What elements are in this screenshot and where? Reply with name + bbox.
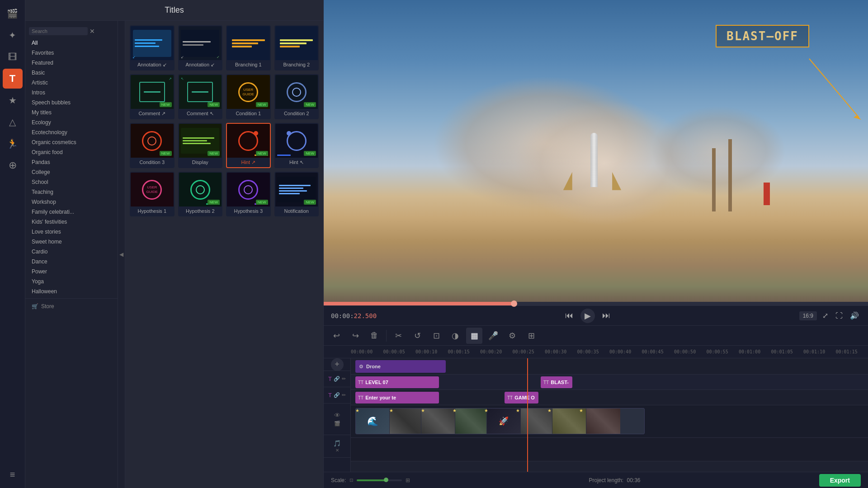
settings-button[interactable]: ⚙ bbox=[504, 328, 520, 344]
sidebar-icon-shapes[interactable]: △ bbox=[3, 112, 23, 132]
sidebar-icon-menu[interactable]: ≡ bbox=[3, 465, 23, 484]
sidebar-icon-plus-circle[interactable]: ⊕ bbox=[3, 155, 23, 175]
clip-level07[interactable]: TT LEVEL 07 bbox=[355, 376, 439, 388]
title-card-branching2[interactable]: Branching 2 bbox=[274, 25, 319, 70]
ruler-mark-3: 00:00:15 bbox=[448, 349, 481, 354]
media-button[interactable]: ▦ bbox=[466, 328, 482, 344]
cat-item-workshop[interactable]: Workshop bbox=[25, 197, 118, 207]
mic-button[interactable]: 🎤 bbox=[485, 328, 501, 344]
scale-slider-thumb[interactable] bbox=[384, 478, 388, 482]
timeline-area: 00:00:00 00:00:05 00:00:10 00:00:15 00:0… bbox=[324, 345, 868, 472]
sidebar-icon-sparkle[interactable]: ✦ bbox=[3, 25, 23, 45]
sidebar-icon-film[interactable]: 🎬 bbox=[3, 4, 23, 23]
progress-bar[interactable] bbox=[324, 302, 868, 305]
color-button[interactable]: ◑ bbox=[447, 328, 463, 344]
title-card-notification[interactable]: NEW Notification bbox=[274, 172, 319, 216]
cat-item-featured[interactable]: Featured bbox=[25, 58, 118, 68]
redo-button[interactable]: ↪ bbox=[347, 328, 363, 344]
cat-item-organic-cosmetics[interactable]: Organic cosmetics bbox=[25, 137, 118, 147]
cat-item-all[interactable]: All bbox=[25, 38, 118, 48]
play-button[interactable]: ▶ bbox=[580, 309, 595, 323]
title-card-display[interactable]: NEW Display bbox=[178, 123, 223, 168]
title-card-condition2[interactable]: NEW Condition 2 bbox=[274, 74, 319, 119]
undo-button[interactable]: ↩ bbox=[328, 328, 344, 344]
cat-item-family[interactable]: Family celebrati... bbox=[25, 207, 118, 217]
store-label[interactable]: Store bbox=[41, 303, 54, 310]
playhead[interactable] bbox=[527, 358, 528, 472]
clip-enter[interactable]: TT Enter your te bbox=[355, 392, 439, 404]
cat-item-school[interactable]: School bbox=[25, 177, 118, 187]
title-card-comment1[interactable]: ↗ NEW Comment ↗ bbox=[130, 74, 175, 119]
cat-item-love-stories[interactable]: Love stories bbox=[25, 227, 118, 237]
cat-item-cardio[interactable]: Cardio bbox=[25, 247, 118, 257]
export-button[interactable]: Export bbox=[819, 474, 861, 487]
cat-item-favorites[interactable]: Favorites bbox=[25, 48, 118, 58]
search-input[interactable] bbox=[29, 27, 88, 35]
cat-item-power[interactable]: Power bbox=[25, 267, 118, 277]
title-card-annotation1[interactable]: ↙ Annotation ↙ bbox=[130, 25, 175, 70]
title-card-display-label: Display bbox=[179, 158, 222, 167]
cat-item-pandas[interactable]: Pandas bbox=[25, 157, 118, 167]
title-card-hint2[interactable]: NEW Hint ↖ bbox=[274, 123, 319, 168]
expand-button[interactable]: ⛶ bbox=[834, 310, 844, 322]
cat-item-college[interactable]: College bbox=[25, 167, 118, 177]
clip-game[interactable]: TT GAME O bbox=[505, 392, 538, 404]
cut-button[interactable]: ✂ bbox=[390, 328, 406, 344]
title-card-condition1[interactable]: USERGUIDE NEW Condition 1 bbox=[226, 74, 271, 119]
eye-icon[interactable]: 👁 bbox=[334, 412, 340, 419]
title-card-hint1-label: Hint ↗ bbox=[227, 158, 270, 167]
cat-item-sweet-home[interactable]: Sweet home bbox=[25, 237, 118, 247]
cat-item-teaching[interactable]: Teaching bbox=[25, 187, 118, 197]
title-card-annotation2-label: Annotation ↙ bbox=[179, 60, 222, 70]
title-card-condition2-label: Condition 2 bbox=[275, 109, 318, 118]
sidebar-icon-star[interactable]: ★ bbox=[3, 90, 23, 110]
redo2-button[interactable]: ↺ bbox=[409, 328, 425, 344]
title-card-hypothesis3[interactable]: NEW Hypothesis 3 bbox=[226, 172, 271, 216]
sidebar-icon-clip[interactable]: 🎞 bbox=[3, 47, 23, 67]
title-card-condition3[interactable]: NEW Condition 3 bbox=[130, 123, 175, 168]
svg-marker-1 bbox=[854, 115, 861, 120]
cat-item-my-titles[interactable]: My titles bbox=[25, 108, 118, 117]
add-track-button[interactable]: + bbox=[331, 358, 344, 371]
title-card-hypothesis1[interactable]: USERGUIDE Hypothesis 1 bbox=[130, 172, 175, 216]
scale-slider[interactable] bbox=[357, 479, 402, 481]
sidebar-icon-activity[interactable]: 🏃 bbox=[3, 134, 23, 154]
clip-blast[interactable]: TT BLAST- bbox=[541, 376, 572, 388]
ruler-mark-7: 00:00:35 bbox=[577, 349, 610, 354]
skip-end-button[interactable]: ⏭ bbox=[600, 309, 612, 322]
aspect-ratio-badge[interactable]: 16:9 bbox=[799, 311, 817, 320]
scale-icon-small: ⊡ bbox=[349, 478, 353, 483]
cat-item-ecotechnology[interactable]: Ecotechnology bbox=[25, 127, 118, 137]
cat-item-organic-food[interactable]: Organic food bbox=[25, 147, 118, 157]
cat-item-kids[interactable]: Kids' festivities bbox=[25, 217, 118, 227]
cat-item-ecology[interactable]: Ecology bbox=[25, 117, 118, 127]
skip-start-button[interactable]: ⏮ bbox=[563, 309, 575, 322]
video-clips-strip[interactable]: 🌊 🚀 bbox=[355, 408, 645, 434]
adjust-button[interactable]: ⊞ bbox=[523, 328, 539, 344]
cat-item-halloween[interactable]: Halloween bbox=[25, 286, 118, 296]
cat-item-speech-bubbles[interactable]: Speech bubbles bbox=[25, 98, 118, 108]
clip-drone[interactable]: ⚙ Drone bbox=[355, 360, 446, 373]
title-card-annotation2[interactable]: ↙ ✓ Annotation ↙ bbox=[178, 25, 223, 70]
title-card-branching1-label: Branching 1 bbox=[227, 60, 270, 69]
delete-button[interactable]: 🗑 bbox=[366, 328, 382, 344]
mute-icon[interactable]: ✕ bbox=[335, 448, 339, 453]
sidebar-icon-text[interactable]: T bbox=[3, 69, 23, 89]
crop-button[interactable]: ⊡ bbox=[428, 328, 444, 344]
title-card-branching1[interactable]: Branching 1 bbox=[226, 25, 271, 70]
cat-item-dance[interactable]: Dance bbox=[25, 257, 118, 267]
fullscreen-button[interactable]: ⤢ bbox=[821, 310, 830, 322]
collapse-icon[interactable]: ◀ bbox=[119, 251, 123, 258]
title-card-hint1[interactable]: NEW Hint ↗ bbox=[226, 123, 271, 168]
time-highlight: 22.500 bbox=[354, 312, 377, 319]
search-close-icon[interactable]: ✕ bbox=[90, 28, 95, 35]
title-card-hypothesis2[interactable]: NEW Hypothesis 2 bbox=[178, 172, 223, 216]
volume-button[interactable]: 🔊 bbox=[848, 310, 861, 322]
cat-item-yoga[interactable]: Yoga bbox=[25, 277, 118, 286]
title-card-comment2[interactable]: ↖ NEW Comment ↖ bbox=[178, 74, 223, 119]
cat-item-intros[interactable]: Intros bbox=[25, 88, 118, 98]
ruler-mark-14: 00:01:10 bbox=[803, 349, 836, 354]
titles-panel-header: Titles bbox=[25, 0, 323, 21]
cat-item-artistic[interactable]: Artistic bbox=[25, 78, 118, 88]
cat-item-basic[interactable]: Basic bbox=[25, 68, 118, 78]
